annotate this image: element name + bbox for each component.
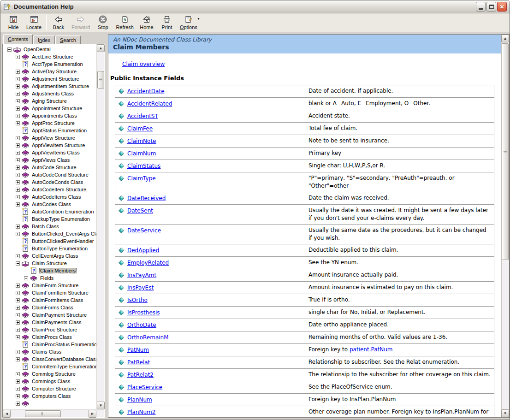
tree-item-label[interactable]: AutoCodeItem Structure bbox=[31, 187, 87, 192]
field-link-PlaceService[interactable]: PlaceService bbox=[127, 384, 162, 390]
tree-item-label[interactable]: ButtonClicked_EventArgs Class bbox=[31, 231, 96, 237]
tree-item-apptviews-class[interactable]: ApptViews Class bbox=[4, 156, 96, 164]
tree-item-appointment-structure[interactable]: Appointment Structure bbox=[4, 105, 96, 112]
tree-item-label[interactable]: Claim Structure bbox=[31, 260, 68, 266]
tree-item-apptviewitems-class[interactable]: ApptViewItems Class bbox=[4, 149, 96, 156]
tree-item-autocodeconds-class[interactable]: AutoCodeConds Class bbox=[4, 178, 96, 186]
collapse-minus-toggle[interactable] bbox=[7, 47, 12, 52]
tree-item-label[interactable]: ButtonType Enumeration bbox=[31, 246, 89, 251]
tree-item-fields[interactable]: Fields bbox=[4, 274, 96, 282]
tree-item-autocondition-enumeration[interactable]: ?AutoCondition Enumeration bbox=[4, 208, 96, 215]
tree-item-apptview-structure[interactable]: ApptView Structure bbox=[4, 134, 96, 142]
field-link-DateService[interactable]: DateService bbox=[127, 227, 161, 234]
tree-item-claimprocs-class[interactable]: ClaimProcs Class bbox=[4, 333, 96, 341]
tree-item-celleventargs-class[interactable]: CellEventArgs Class bbox=[4, 252, 96, 260]
tree-item-label[interactable]: AcctType Enumeration bbox=[31, 61, 84, 67]
tree-item-commitemtype-enumeration[interactable]: ?CommItemType Enumeration bbox=[4, 363, 96, 370]
tree-item-aging-structure[interactable]: Aging Structure bbox=[4, 97, 96, 105]
expand-plus-toggle[interactable] bbox=[16, 77, 20, 81]
expand-plus-toggle[interactable] bbox=[16, 357, 20, 361]
expand-plus-toggle[interactable] bbox=[16, 121, 20, 125]
scroll-left-button[interactable]: ◄ bbox=[3, 410, 11, 418]
expand-plus-toggle[interactable] bbox=[16, 106, 20, 111]
tree-item-accttype-enumeration[interactable]: ?AcctType Enumeration bbox=[4, 60, 96, 68]
field-link-ClaimFee[interactable]: ClaimFee bbox=[127, 125, 153, 132]
tree-item-label[interactable]: Batch Class bbox=[31, 224, 60, 229]
tree-item-appointments-class[interactable]: Appointments Class bbox=[4, 112, 96, 119]
tree-item-label[interactable]: Commlogs Class bbox=[31, 379, 71, 384]
scroll-down-button[interactable]: ▼ bbox=[97, 402, 105, 409]
expand-plus-toggle[interactable] bbox=[16, 202, 20, 207]
toolbar-back-button[interactable]: Back bbox=[48, 14, 69, 31]
tree-item-label[interactable]: AutoCondition Enumeration bbox=[31, 209, 95, 214]
tab-index[interactable]: Index bbox=[33, 35, 55, 44]
tree-item-claimpayment-structure[interactable]: ClaimPayment Structure bbox=[4, 311, 96, 319]
tree-item-label[interactable]: AutoCodeConds Class bbox=[31, 179, 84, 185]
tree-item-batch-class[interactable]: Batch Class bbox=[4, 223, 96, 230]
tree-item-label[interactable]: ClaimForm Structure bbox=[31, 283, 79, 288]
field-link-ClaimStatus[interactable]: ClaimStatus bbox=[127, 163, 160, 169]
tab-contents[interactable]: Contents bbox=[3, 34, 33, 44]
expand-plus-toggle[interactable] bbox=[16, 350, 20, 354]
expand-plus-toggle[interactable] bbox=[16, 166, 20, 170]
tree-item-label[interactable]: AcctLine Structure bbox=[31, 54, 74, 59]
minimize-button[interactable] bbox=[476, 2, 486, 12]
tree-item-label[interactable]: ClaimProc Structure bbox=[31, 327, 78, 332]
field-link-OrthoRemainM[interactable]: OrthoRemainM bbox=[127, 334, 169, 341]
tree-item-buttonclicked-eventargs-class[interactable]: ButtonClicked_EventArgs Class bbox=[4, 230, 96, 237]
scroll-up-button[interactable]: ▲ bbox=[501, 35, 509, 42]
toolbar-refresh-button[interactable]: Refresh bbox=[113, 14, 136, 31]
tree-item-adjustments-class[interactable]: Adjustments Class bbox=[4, 90, 96, 97]
tree-item-label[interactable]: Claim Members bbox=[39, 268, 77, 273]
tree-horizontal-scrollbar[interactable]: ◄ ► bbox=[3, 409, 96, 417]
tree-item-label[interactable]: ApptStatus Enumeration bbox=[31, 128, 88, 133]
expand-plus-toggle[interactable] bbox=[16, 291, 20, 295]
tree-item-label[interactable]: AutoCode Structure bbox=[31, 165, 77, 170]
tree-item-label[interactable]: AdjustmentItem Structure bbox=[31, 83, 90, 89]
tree-item-acctline-structure[interactable]: AcctLine Structure bbox=[4, 53, 96, 60]
pane-splitter[interactable] bbox=[105, 34, 108, 418]
tree-item-label[interactable]: Claims Class bbox=[31, 349, 62, 355]
expand-plus-toggle[interactable] bbox=[24, 276, 28, 280]
tree-item-computers-class[interactable]: Computers Class bbox=[4, 392, 96, 400]
tab-search[interactable]: Search bbox=[55, 35, 81, 44]
expand-plus-toggle[interactable] bbox=[16, 158, 20, 162]
expand-plus-toggle[interactable] bbox=[16, 335, 20, 339]
field-link-AccidentST[interactable]: AccidentST bbox=[127, 113, 158, 119]
tree-item-backuptype-enumeration[interactable]: ?BackupType Enumeration bbox=[4, 215, 96, 223]
field-link-DedApplied[interactable]: DedApplied bbox=[127, 247, 159, 254]
tree-item-label[interactable]: Aging Structure bbox=[31, 98, 68, 104]
tree-item-label[interactable]: Computers Class bbox=[31, 393, 71, 399]
tree-item-autocodeitem-structure[interactable]: AutoCodeItem Structure bbox=[4, 186, 96, 193]
tree-item-autocodecond-structure[interactable]: AutoCodeCond Structure bbox=[4, 171, 96, 178]
tree-item-label[interactable]: Computer Structure bbox=[31, 386, 77, 391]
tree-item-label[interactable]: ClassConvertDatabase Class bbox=[31, 356, 96, 362]
expand-plus-toggle[interactable] bbox=[16, 306, 20, 310]
tree-item-label[interactable]: AutoCodeItems Class bbox=[31, 194, 82, 200]
tree-item-label[interactable]: ClaimProcStatus Enumeration bbox=[31, 342, 96, 347]
field-link-PatNum[interactable]: PatNum bbox=[127, 347, 149, 353]
expand-plus-toggle[interactable] bbox=[16, 387, 20, 391]
expand-plus-toggle[interactable] bbox=[16, 232, 20, 236]
tree-item-label[interactable]: CellEventArgs Class bbox=[31, 253, 79, 259]
toolbar-home-button[interactable]: Home bbox=[136, 14, 157, 31]
expand-plus-toggle[interactable] bbox=[16, 284, 20, 288]
expand-plus-toggle[interactable] bbox=[16, 402, 20, 406]
expand-plus-toggle[interactable] bbox=[16, 188, 20, 192]
tree-item-commlogs-class[interactable]: Commlogs Class bbox=[4, 378, 96, 385]
expand-plus-toggle[interactable] bbox=[16, 320, 20, 325]
toolbar-stop-button[interactable]: Stop bbox=[93, 14, 113, 31]
tree-item-label[interactable]: ApptView Structure bbox=[31, 135, 76, 141]
expand-plus-toggle[interactable] bbox=[16, 298, 20, 302]
tree-item-buttontype-enumeration[interactable]: ?ButtonType Enumeration bbox=[4, 245, 96, 252]
expand-plus-toggle[interactable] bbox=[16, 55, 20, 59]
tree-item-label[interactable]: OpenDental bbox=[23, 47, 52, 52]
tree-item-claimpayments-class[interactable]: ClaimPayments Class bbox=[4, 319, 96, 326]
expand-plus-toggle[interactable] bbox=[16, 372, 20, 376]
tree-item-computer-structure[interactable]: Computer Structure bbox=[4, 385, 96, 392]
tree-vertical-scrollbar[interactable]: ▲ ▼ bbox=[96, 44, 104, 409]
tree-item-label[interactable]: Adjustments Class bbox=[31, 91, 75, 96]
toolbar-print-button[interactable]: Print bbox=[157, 14, 177, 31]
tree-item-label[interactable]: ClaimProcs Class bbox=[31, 334, 73, 340]
toolbar-options-button[interactable]: ▼Options bbox=[177, 14, 200, 31]
